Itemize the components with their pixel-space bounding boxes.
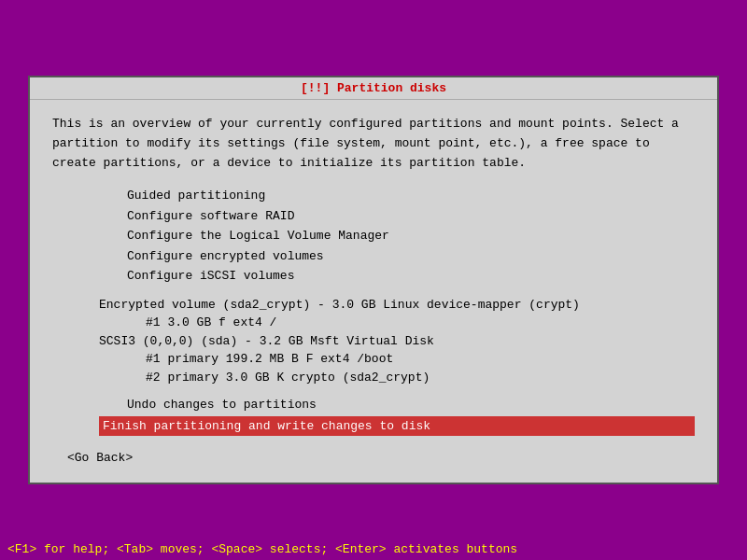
undo-label[interactable]: Undo changes to partitions bbox=[127, 398, 317, 412]
scsi-primary1[interactable]: #1 primary 199.2 MB B F ext4 /boot bbox=[146, 350, 695, 369]
partition-section: Encrypted volume (sda2_crypt) - 3.0 GB L… bbox=[52, 296, 695, 387]
status-bar: <F1> for help; <Tab> moves; <Space> sele… bbox=[0, 539, 747, 560]
menu-item-lvm[interactable]: Configure the Logical Volume Manager bbox=[127, 226, 695, 246]
menu-item-iscsi[interactable]: Configure iSCSI volumes bbox=[127, 266, 695, 287]
menu-list: Guided partitioning Configure software R… bbox=[127, 186, 695, 287]
menu-item-raid[interactable]: Configure software RAID bbox=[127, 206, 695, 227]
dialog-box: [!!] Partition disks This is an overview… bbox=[28, 76, 719, 484]
encrypted-volume-sub[interactable]: #1 3.0 GB f ext4 / bbox=[146, 314, 695, 332]
screen-container: [!!] Partition disks This is an overview… bbox=[0, 0, 747, 560]
scsi-primary2[interactable]: #2 primary 3.0 GB K crypto (sda2_crypt) bbox=[146, 369, 695, 387]
scsi-label[interactable]: SCSI3 (0,0,0) (sda) - 3.2 GB Msft Virtua… bbox=[99, 332, 695, 351]
finish-label[interactable]: Finish partitioning and write changes to… bbox=[99, 416, 695, 437]
go-back-button[interactable]: <Go Back> bbox=[67, 449, 695, 468]
description-text: This is an overview of your currently co… bbox=[52, 115, 695, 173]
title-bar: [!!] Partition disks bbox=[30, 77, 717, 100]
undo-line: Undo changes to partitions bbox=[127, 396, 695, 414]
dialog-content: This is an overview of your currently co… bbox=[30, 100, 717, 483]
encrypted-volume-label[interactable]: Encrypted volume (sda2_crypt) - 3.0 GB L… bbox=[99, 296, 695, 315]
menu-item-guided[interactable]: Guided partitioning bbox=[127, 186, 695, 206]
menu-item-encrypted[interactable]: Configure encrypted volumes bbox=[127, 246, 695, 267]
